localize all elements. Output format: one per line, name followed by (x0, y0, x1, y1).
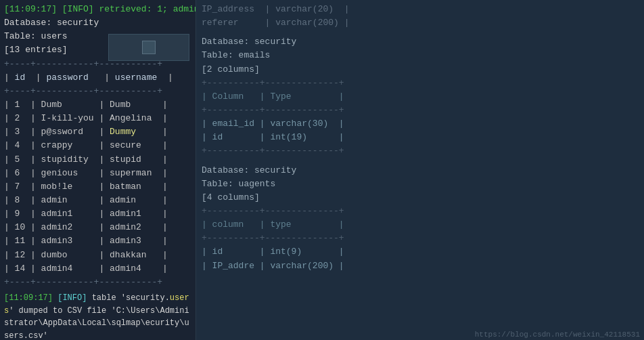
left-panel: [11:09:17] [INFO] retrieved: 1; admin; a… (0, 0, 196, 340)
log-line-1: [11:09:17] [INFO] table 'security.users'… (4, 292, 191, 340)
right-row: | id | int(9) | (202, 245, 639, 259)
right-sep: +----------+--------------+ (202, 77, 639, 90)
table-row: | 8 | admin | admin | (4, 194, 191, 207)
right-table-emails: Table: emails (202, 49, 639, 62)
right-row: | id | int(19) | (202, 131, 639, 144)
right-header: | column | type | (202, 218, 639, 232)
right-cols-uagents: [4 columns] (202, 191, 639, 205)
right-panel: IP_address | varchar(20) | referer | var… (196, 0, 644, 340)
table-row: | 1 | Dumb | Dumb | (4, 98, 191, 112)
right-sep: +----------+--------------+ (202, 232, 639, 245)
table-row: | 11 | admin3 | admin3 | (4, 234, 191, 248)
table-header: | id | password | username | (4, 71, 191, 85)
table-row: | 10 | admin2 | admin2 | (4, 221, 191, 234)
right-cols-emails: [2 columns] (202, 63, 639, 77)
modal-overlay (108, 34, 189, 61)
table-row: | 7 | mob!le | batman | (4, 180, 191, 194)
right-sep: +----------+--------------+ (202, 205, 639, 218)
header-line-1: [11:09:17] [INFO] retrieved: 1; admin; a… (4, 3, 191, 16)
table-row: | 5 | stupidity | stupid | (4, 153, 191, 167)
table-sep-bottom: +----+-----------+-----------+ (4, 276, 191, 289)
right-sep: +----------+--------------+ (202, 144, 639, 158)
table-row: | 9 | admin1 | admin1 | (4, 207, 191, 221)
table-row: | 12 | dumbo | dhakkan | (4, 249, 191, 262)
right-table-uagents: Table: uagents (202, 177, 639, 191)
table-sep-header: +----+-----------+-----------+ (4, 85, 191, 98)
right-line: referer | varchar(200) | (202, 16, 639, 30)
table-row: | 14 | admin4 | admin4 | (4, 262, 191, 276)
bottom-url: https://blog.csdn.net/weixin_42118531 (471, 329, 644, 340)
right-row: | email_id | varchar(30) | (202, 117, 639, 131)
table-row: | 6 | genious | superman | (4, 167, 191, 180)
table-row: | 3 | p@ssword | Dummy | (4, 125, 191, 139)
right-line: IP_address | varchar(20) | (202, 3, 639, 16)
table-row: | 4 | crappy | secure | (4, 139, 191, 152)
right-header: | Column | Type | (202, 90, 639, 104)
right-row: | IP_addre | varchar(200) | (202, 259, 639, 273)
right-sep: +----------+--------------+ (202, 104, 639, 117)
right-db-security: Database: security (202, 35, 639, 49)
right-db-security2: Database: security (202, 164, 639, 177)
table-row: | 2 | I-kill-you | Angelina | (4, 112, 191, 125)
db-label: Database: security (4, 16, 191, 30)
